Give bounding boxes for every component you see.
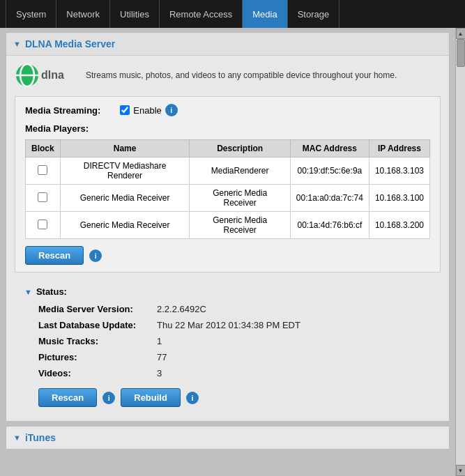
itunes-section: ▼ iTunes [6,426,450,450]
name-cell-1: Generic Media Receiver [60,185,190,212]
dlna-content: dlna Streams music, photos, and videos t… [6,56,449,421]
ip-cell-0: 10.168.3.103 [369,158,429,185]
media-streaming-label: Media Streaming: [25,105,100,116]
dlna-collapse-arrow[interactable]: ▼ [13,40,21,48]
rescan-button[interactable]: Rescan [25,246,84,265]
dlna-description: Streams music, photos, and videos to any… [86,70,441,80]
rebuild-info-icon[interactable]: i [186,392,199,404]
music-val: 1 [157,336,162,346]
block-cell-0 [26,158,61,185]
col-block: Block [26,140,61,158]
col-mac: MAC Address [290,140,369,158]
status-videos-row: Videos: 3 [24,368,431,378]
dlna-logo: dlna [15,63,77,88]
scroll-down-arrow[interactable]: ▼ [456,465,466,476]
nav-remote-access[interactable]: Remote Access [160,0,243,28]
scrollbar: ▲ ▼ [455,28,465,476]
table-row: Generic Media ReceiverGeneric Media Rece… [26,212,430,239]
status-db-row: Last Database Update: Thu 22 Mar 2012 01… [24,320,431,330]
rescan-row: Rescan i [25,246,430,265]
mac-cell-0: 00:19:df:5c:6e:9a [290,158,369,185]
name-cell-0: DIRECTV Mediashare Renderer [60,158,190,185]
page-wrap: ▼ DLNA Media Server dlna St [0,28,465,476]
itunes-header: ▼ iTunes [6,427,449,449]
col-name: Name [60,140,190,158]
main-content: ▼ DLNA Media Server dlna St [0,28,455,476]
block-checkbox-0[interactable] [38,165,47,175]
rescan-info-icon[interactable]: i [89,249,102,262]
itunes-collapse-arrow[interactable]: ▼ [13,433,21,442]
dlna-section: ▼ DLNA Media Server dlna St [6,32,450,422]
media-streaming-info-icon[interactable]: i [165,104,178,116]
desc-cell-2: Generic Media Receiver [190,212,290,239]
status-header-row: ▼ Status: [24,286,431,297]
nav-utilities[interactable]: Utilities [110,0,160,28]
ip-cell-2: 10.168.3.200 [369,212,429,239]
version-val: 2.2.2.6492C [157,304,206,314]
table-row: Generic Media ReceiverGeneric Media Rece… [26,185,430,212]
rebuild-row: Rescan i Rebuild i [24,388,431,407]
dlna-logo-row: dlna Streams music, photos, and videos t… [15,63,441,88]
status-rescan-info-icon[interactable]: i [102,392,115,404]
media-players-table: Block Name Description MAC Address IP Ad… [25,139,430,239]
status-collapse-arrow[interactable]: ▼ [24,288,32,296]
block-checkbox-2[interactable] [38,220,47,229]
col-description: Description [190,140,290,158]
enable-check-group: Enable i [120,104,177,116]
nav-network[interactable]: Network [56,0,110,28]
col-ip: IP Address [369,140,429,158]
status-pictures-row: Pictures: 77 [24,352,431,362]
scroll-thumb[interactable] [457,39,465,67]
media-streaming-row: Media Streaming: Enable i [25,104,430,116]
videos-val: 3 [157,368,162,378]
status-rescan-button[interactable]: Rescan [38,388,97,407]
block-cell-2 [26,212,61,239]
media-players-label: Media Players: [25,123,430,134]
status-section: ▼ Status: Media Server Version: 2.2.2.64… [15,279,441,414]
ip-cell-1: 10.168.3.100 [369,185,429,212]
status-version-row: Media Server Version: 2.2.2.6492C [24,304,431,314]
desc-cell-1: Generic Media Receiver [190,185,290,212]
svg-text:dlna: dlna [41,69,64,81]
rebuild-button[interactable]: Rebuild [121,388,181,407]
table-row: DIRECTV Mediashare RendererMediaRenderer… [26,158,430,185]
pictures-val: 77 [157,352,167,362]
block-checkbox-1[interactable] [38,192,47,202]
itunes-title: iTunes [25,432,56,443]
status-title: Status: [36,286,67,297]
nav-storage[interactable]: Storage [288,0,340,28]
nav-media[interactable]: Media [243,0,287,28]
nav-system[interactable]: System [6,0,56,28]
videos-key: Videos: [38,368,157,378]
mac-cell-1: 00:1a:a0:da:7c:74 [290,185,369,212]
pictures-key: Pictures: [38,352,157,362]
scroll-track[interactable] [456,39,465,465]
music-key: Music Tracks: [38,336,157,346]
mac-cell-2: 00:1a:4d:76:b6:cf [290,212,369,239]
top-navigation: System Network Utilities Remote Access M… [0,0,465,28]
db-update-val: Thu 22 Mar 2012 01:34:38 PM EDT [157,320,300,330]
dlna-section-title: DLNA Media Server [25,38,115,49]
name-cell-2: Generic Media Receiver [60,212,190,239]
enable-label: Enable [133,105,161,116]
version-key: Media Server Version: [38,304,157,314]
status-music-row: Music Tracks: 1 [24,336,431,346]
dlna-inner-panel: Media Streaming: Enable i Media Players: [15,96,441,272]
db-update-key: Last Database Update: [38,320,157,330]
block-cell-1 [26,185,61,212]
enable-checkbox[interactable] [120,105,130,115]
scroll-up-arrow[interactable]: ▲ [456,28,466,39]
desc-cell-0: MediaRenderer [190,158,290,185]
dlna-section-header: ▼ DLNA Media Server [6,33,449,56]
